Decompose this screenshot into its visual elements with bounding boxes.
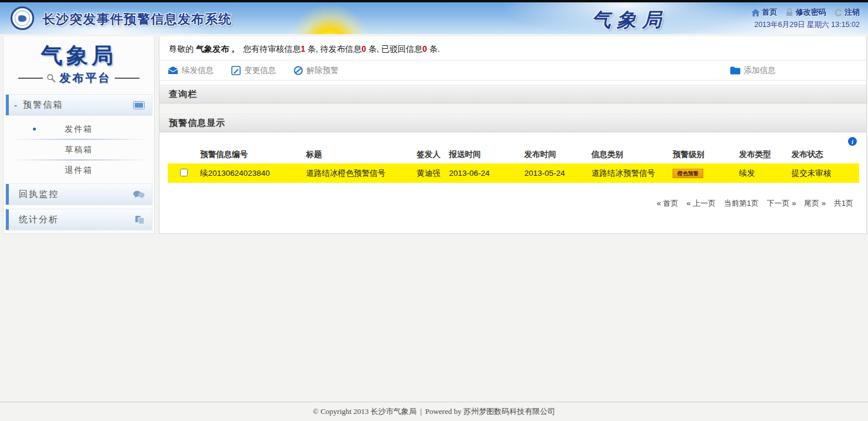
table-row[interactable]: 续20130624023840 道路结冰橙色预警信号 黄迪强 2013-06-2… (168, 163, 859, 183)
pagination-total: 共1页 (834, 199, 853, 208)
pending-review-count: 1 (301, 44, 305, 54)
cell-submit-time: 2013-06-24 (449, 163, 524, 183)
warning-box-submenu: 发件箱 草稿箱 退件箱 (9, 119, 148, 180)
current-username: 气象发布， (196, 44, 237, 54)
search-icon (46, 73, 56, 83)
header-nav: 首页 修改密码 注销 (751, 7, 860, 18)
col-header-category: 信息类别 (591, 146, 673, 163)
col-header-publish-time: 发布时间 (524, 146, 591, 163)
sidebar-brand-subtitle: 发布平台 (59, 71, 111, 86)
sidebar-item-drafts[interactable]: 草稿箱 (9, 140, 148, 159)
sidebar-menu: - 预警信箱 发件箱 草稿箱 退件箱 回执监控 (4, 94, 154, 230)
pagination-current: 当前第1页 (724, 199, 759, 208)
lock-icon (786, 8, 793, 16)
cell-category: 道路结冰预警信号 (591, 163, 673, 183)
warning-table-area: i 预警信息编号 标题 签发人 报送时间 发布时间 信息类别 预警级别 发布类型 (159, 132, 866, 209)
col-header-publish-type: 发布类型 (739, 146, 791, 163)
chat-bubbles-icon (133, 190, 145, 199)
action-toolbar: 续发信息 变更信息 解除预警 添加信息 (159, 60, 866, 81)
item-accent-bar (6, 184, 9, 205)
edit-pencil-icon (231, 66, 241, 75)
warning-display-header[interactable]: 预警信息显示 (159, 113, 866, 132)
envelope-icon (168, 66, 178, 75)
collapse-indicator: - (14, 100, 18, 110)
table-header-row: 预警信息编号 标题 签发人 报送时间 发布时间 信息类别 预警级别 发布类型 发… (168, 146, 859, 163)
mailbox-monitor-icon (133, 101, 145, 109)
sidebar-item-outbox[interactable]: 发件箱 (9, 119, 148, 139)
brand-rule-left (18, 78, 43, 79)
row-checkbox-cell (168, 163, 200, 183)
section-gap (159, 103, 866, 113)
col-header-submit-time: 报送时间 (449, 146, 524, 163)
cell-level: 橙色预警 (673, 163, 739, 183)
sidebar-item-returned[interactable]: 退件箱 (9, 161, 148, 180)
info-icon[interactable]: i (848, 137, 857, 146)
logout-icon (834, 9, 842, 16)
row-checkbox[interactable] (180, 169, 188, 176)
col-header-level: 预警级别 (673, 146, 739, 163)
change-password-link[interactable]: 修改密码 (786, 7, 826, 18)
query-bar-header[interactable]: 查询栏 (159, 85, 866, 103)
home-link[interactable]: 首页 (751, 7, 777, 18)
rejected-count: 0 (423, 44, 427, 54)
app-header: 长沙突发事件预警信息发布系统 气象局 首页 修改密码 注销 2013年6月29日… (0, 2, 868, 34)
pending-publish-count: 0 (361, 44, 366, 54)
sidebar-brand-title: 气象局 (4, 41, 154, 71)
system-title: 长沙突发事件预警信息发布系统 (42, 11, 232, 28)
cell-publish-time: 2013-05-24 (524, 163, 591, 183)
cell-warning-id: 续20130624023840 (200, 163, 306, 183)
bureau-name: 气象局 (591, 7, 667, 34)
sidebar: 气象局 发布平台 - 预警信箱 发件箱 草稿箱 (3, 36, 155, 234)
warning-info-table: 预警信息编号 标题 签发人 报送时间 发布时间 信息类别 预警级别 发布类型 发… (168, 146, 859, 183)
pagination: « 首页 « 上一页 当前第1页 下一页 » 尾页 » 共1页 (168, 183, 858, 209)
logout-link[interactable]: 注销 (834, 7, 860, 18)
col-header-id: 预警信息编号 (200, 146, 306, 163)
col-header-publish-status: 发布状态 (791, 146, 859, 163)
change-info-button[interactable]: 变更信息 (231, 65, 276, 76)
spacer (159, 81, 866, 85)
pagination-next[interactable]: 下一页 » (767, 199, 796, 208)
info-row: i (168, 135, 858, 146)
pagination-first[interactable]: « 首页 (657, 199, 679, 208)
bureau-emblem-logo (11, 6, 34, 30)
header-checkbox-col (168, 146, 200, 163)
sidebar-item-receipt-monitor[interactable]: 回执监控 (5, 183, 152, 205)
cell-publish-type: 续发 (739, 163, 791, 183)
active-bullet-icon (33, 128, 36, 131)
sidebar-item-warning-box[interactable]: - 预警信箱 (5, 94, 152, 116)
greeting-message: 尊敬的气象发布， 您有待审核信息1 条, 待发布信息0 条, 已驳回信息0 条. (159, 36, 866, 60)
add-info-button[interactable]: 添加信息 (730, 65, 776, 76)
powered-by-text: Powered by 苏州梦图数码科技有限公司 (425, 406, 555, 417)
footer: © Copyright 2013 长沙市气象局 | Powered by 苏州梦… (0, 402, 868, 421)
resend-info-button[interactable]: 续发信息 (168, 65, 214, 76)
footer-divider: | (420, 407, 422, 416)
ban-icon (294, 66, 303, 75)
col-header-title: 标题 (306, 146, 417, 163)
col-header-issuer: 签发人 (417, 146, 449, 163)
cancel-warning-button[interactable]: 解除预警 (294, 65, 338, 76)
cell-issuer: 黄迪强 (417, 163, 449, 183)
home-icon (751, 9, 760, 16)
item-accent-bar (6, 95, 9, 115)
item-accent-bar (6, 209, 9, 230)
cell-publish-status: 提交未审核 (791, 163, 859, 183)
pagination-last[interactable]: 尾页 » (804, 199, 826, 208)
sidebar-item-statistics[interactable]: 统计分析 (5, 209, 152, 230)
copy-pages-icon (135, 215, 145, 225)
current-datetime: 2013年6月29日 星期六 13:15:02 (754, 20, 860, 30)
pagination-prev[interactable]: « 上一页 (687, 199, 716, 208)
sidebar-brand-subtitle-row: 发布平台 (4, 71, 154, 86)
cell-title: 道路结冰橙色预警信号 (306, 163, 417, 183)
folder-icon (730, 66, 740, 75)
copyright-text: © Copyright 2013 长沙市气象局 (313, 406, 417, 417)
brand-rule-right (115, 78, 139, 79)
main-content: 尊敬的气象发布， 您有待审核信息1 条, 待发布信息0 条, 已驳回信息0 条.… (159, 36, 867, 234)
warning-level-badge: 橙色预警 (673, 169, 703, 178)
